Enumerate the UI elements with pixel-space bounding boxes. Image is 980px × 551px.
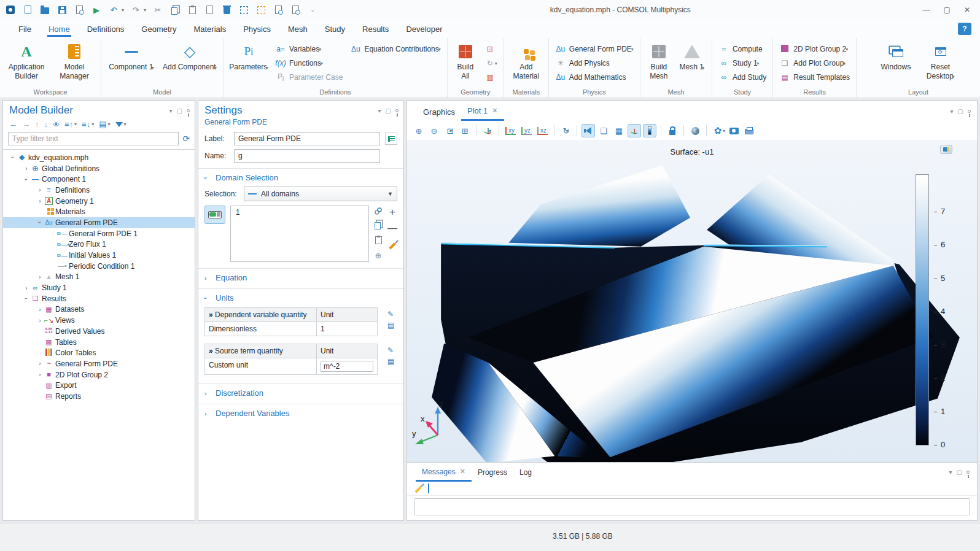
tab-messages[interactable]: Messages✕ — [416, 463, 472, 482]
plot-group-select[interactable]: 2D Plot Group 2▾ — [777, 43, 852, 55]
run-icon[interactable]: ▶ — [91, 4, 102, 15]
menu-home[interactable]: Home — [47, 21, 71, 37]
table-cell[interactable]: 1 — [317, 322, 377, 336]
redo-caret-icon[interactable]: ▾ — [144, 7, 146, 13]
show-grid-icon[interactable]: ▦ — [612, 124, 626, 137]
build-all-button[interactable]: Build All — [451, 40, 480, 83]
save-as-icon[interactable] — [74, 4, 85, 15]
paste-icon[interactable] — [187, 4, 198, 15]
panel-float-icon[interactable]: ▢ — [177, 107, 182, 114]
zoom-box-icon[interactable]: ⊡▾ — [443, 124, 456, 137]
copy-selection-icon[interactable] — [376, 220, 381, 231]
transparency-icon[interactable]: ❏ — [597, 124, 610, 137]
edit-table-icon[interactable]: ✎ — [387, 346, 394, 355]
variables-button[interactable]: a= Variables▾ — [273, 43, 345, 55]
clear-messages-icon[interactable] — [414, 484, 422, 493]
panel-pin-icon[interactable] — [395, 109, 399, 112]
duplicate-icon[interactable] — [204, 4, 215, 15]
message-options-icon[interactable] — [428, 484, 429, 493]
application-builder-button[interactable]: A Application Builder — [4, 40, 49, 83]
copy-icon[interactable] — [169, 4, 181, 15]
selection-list-item[interactable]: 1 — [236, 208, 364, 217]
tree-item-color-tables[interactable]: Color Tables — [3, 347, 195, 358]
remove-from-selection-icon[interactable]: — — [387, 223, 397, 234]
tree-item-global-definitions[interactable]: ›⊕ Global Definitions — [3, 163, 195, 174]
active-selection-toggle[interactable] — [204, 206, 225, 224]
axis-orientation-icon[interactable] — [628, 124, 641, 137]
tree-item-mesh1[interactable]: ›▲ Mesh 1 — [3, 272, 195, 283]
build-mesh-button[interactable]: Build Mesh — [644, 40, 674, 83]
panel-pin-icon[interactable] — [187, 109, 190, 112]
new-file-icon[interactable] — [22, 4, 33, 15]
delete-icon[interactable] — [221, 4, 232, 15]
selection-list[interactable]: 1 — [230, 206, 369, 262]
find-replace-icon[interactable] — [290, 4, 301, 15]
default-view-icon[interactable]: ▾ — [481, 124, 494, 137]
minimize-button[interactable]: — — [923, 6, 930, 14]
panel-menu-icon[interactable]: ▾ — [378, 107, 381, 114]
panel-pin-icon[interactable] — [968, 110, 971, 113]
color-legend-icon[interactable] — [643, 124, 656, 137]
tree-item-reports[interactable]: ▤ Reports — [3, 391, 195, 402]
snapshot-icon[interactable] — [727, 124, 741, 137]
tab-log[interactable]: Log — [513, 463, 538, 480]
model-manager-button[interactable]: Model Manager — [52, 40, 97, 83]
section-dependent-variables[interactable]: ›Dependent Variables — [198, 404, 403, 420]
tree-item-views[interactable]: ›⌐↘ Views — [3, 315, 195, 326]
add-plot-group-button[interactable]: ❏ Add Plot Group▾ — [777, 57, 852, 69]
menu-results[interactable]: Results — [361, 21, 390, 37]
tab-plot1[interactable]: Plot 1✕ — [461, 101, 504, 121]
filter-icon[interactable] — [115, 122, 123, 127]
refresh-icon[interactable]: ⟳ — [182, 134, 190, 144]
menu-materials[interactable]: Materials — [192, 21, 227, 37]
tree-filter-input[interactable] — [8, 132, 179, 145]
panel-float-icon[interactable]: ▢ — [958, 108, 963, 115]
plot-settings-icon[interactable] — [940, 145, 952, 154]
add-study-button[interactable]: ∞ Add Study — [716, 71, 769, 83]
find-icon[interactable] — [273, 4, 284, 15]
menu-mesh[interactable]: Mesh — [287, 21, 309, 37]
tab-progress[interactable]: Progress — [472, 463, 513, 480]
move-up-icon[interactable]: ↑ — [35, 120, 39, 129]
zoom-in-icon[interactable]: ⊕ — [412, 124, 426, 137]
collapse-all-icon[interactable]: ≡↑ — [64, 120, 73, 129]
environment-icon[interactable]: ▾ — [688, 124, 702, 137]
section-discretization[interactable]: ›Discretization — [198, 383, 403, 400]
tree-item-initial-values1[interactable]: D— Initial Values 1 — [3, 250, 195, 261]
panel-menu-icon[interactable]: ▾ — [951, 108, 954, 115]
tree-item-zero-flux1[interactable]: D—• Zero Flux 1 — [3, 239, 195, 250]
paste-selection-icon[interactable] — [375, 236, 382, 246]
result-templates-button[interactable]: ▤ Result Templates — [777, 71, 852, 83]
menu-study[interactable]: Study — [324, 21, 346, 37]
table-cell[interactable]: m^-2 — [317, 358, 377, 374]
save-icon[interactable] — [56, 4, 68, 15]
clear-selection-icon[interactable] — [389, 239, 396, 250]
tree-item-component1[interactable]: ›— Component 1 — [3, 174, 195, 185]
panel-float-icon[interactable]: ▢ — [386, 107, 391, 114]
tree-item-tables[interactable]: ▦ Tables — [3, 337, 195, 348]
section-units[interactable]: ›Units — [198, 288, 403, 305]
panel-pin-icon[interactable] — [966, 471, 970, 474]
tree-item-study1[interactable]: ›∞ Study 1 — [3, 282, 195, 293]
messages-output[interactable] — [414, 498, 970, 515]
cut-icon[interactable]: ✂ — [152, 4, 163, 15]
view-xz-icon[interactable]: xz — [535, 124, 550, 137]
reset-desktop-button[interactable]: ⟳ Reset Desktop ▾ — [920, 40, 962, 83]
open-file-icon[interactable] — [39, 4, 50, 15]
insert-row-icon[interactable]: ▤ — [387, 357, 394, 366]
add-component-button[interactable]: ◇ Add Component ▾ — [160, 40, 219, 74]
tree-item-definitions[interactable]: ›≡ Definitions — [3, 185, 195, 196]
add-mathematics-button[interactable]: Δu Add Mathematics — [553, 71, 636, 83]
import-geometry-button[interactable]: ⊡ — [482, 43, 500, 55]
tree-item-derived-values[interactable]: 8.85e-12 Derived Values — [3, 326, 195, 337]
menu-developer[interactable]: Developer — [405, 21, 443, 37]
add-physics-button[interactable]: ✳ Add Physics — [553, 57, 636, 69]
redo-icon[interactable]: ↷ — [130, 4, 141, 15]
create-selection-icon[interactable] — [374, 207, 383, 215]
add-to-selection-icon[interactable]: + — [389, 207, 395, 218]
tree-item-results[interactable]: ›❏ Results — [3, 293, 195, 304]
tree-item-general-form-pde[interactable]: ›Δu General Form PDE — [3, 217, 195, 228]
table-cell[interactable]: Custom unit — [205, 358, 317, 374]
print-icon[interactable] — [742, 124, 756, 137]
view-lock-icon[interactable] — [666, 124, 679, 137]
